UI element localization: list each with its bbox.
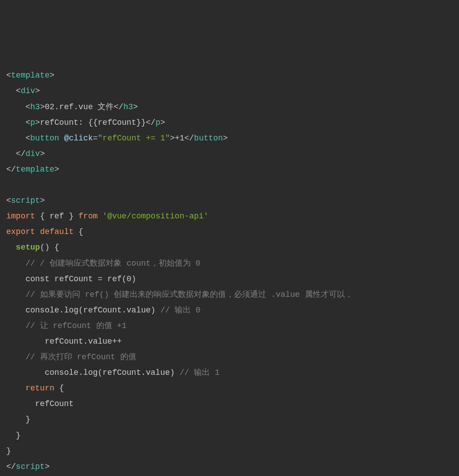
code-line: <template>: [6, 71, 54, 80]
code-editor: <template> <div> <h3>02.ref.vue 文件</h3> …: [6, 68, 453, 474]
code-line: const refCount = ref(0): [6, 275, 136, 283]
code-line: // 再次打印 refCount 的值: [6, 353, 136, 361]
code-line: console.log(refCount.value) // 输出 1: [6, 368, 220, 377]
code-line: return {: [6, 384, 64, 393]
code-line: </div>: [6, 149, 45, 158]
code-line: console.log(refCount.value) // 输出 0: [6, 306, 201, 315]
code-line: <div>: [6, 86, 40, 95]
code-line: // 如果要访问 ref() 创建出来的响应式数据对象的值，必须通过 .valu…: [6, 290, 353, 299]
code-line: <p>refCount: {{refCount}}</p>: [6, 118, 165, 127]
code-line: <button @click="refCount += 1">+1</butto…: [6, 134, 228, 143]
code-line: <h3>02.ref.vue 文件</h3>: [6, 103, 138, 111]
code-line: refCount: [6, 399, 74, 408]
code-line: }: [6, 447, 11, 455]
code-line: <script>: [6, 196, 45, 205]
code-line: // 让 refCount 的值 +1: [6, 321, 127, 330]
code-line: }: [6, 415, 30, 424]
code-line: setup() {: [6, 243, 59, 252]
code-line: </template>: [6, 165, 59, 174]
code-line: refCount.value++: [6, 337, 122, 346]
code-line: export default {: [6, 227, 83, 236]
code-line: import { ref } from '@vue/composition-ap…: [6, 212, 209, 221]
code-line: }: [6, 431, 20, 440]
code-line: // / 创建响应式数据对象 count，初始值为 0: [6, 259, 201, 268]
code-line: </script>: [6, 462, 49, 471]
